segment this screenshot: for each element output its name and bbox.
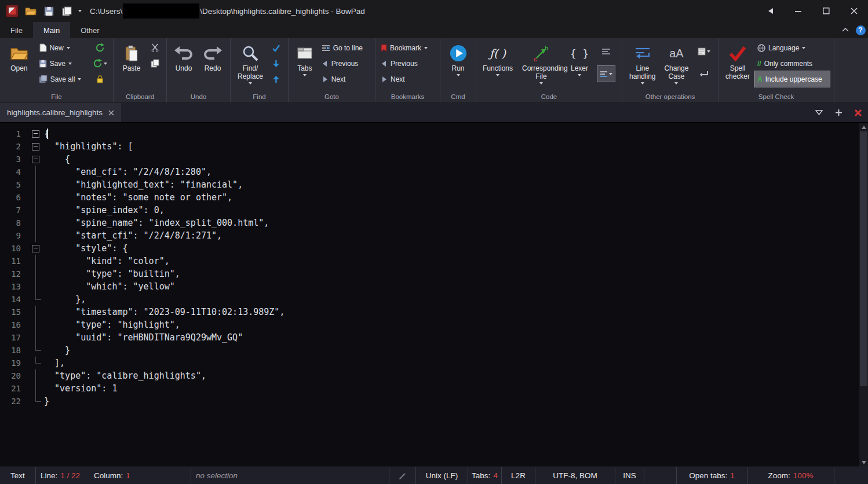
code-line[interactable]: 3 { xyxy=(0,153,859,166)
open-folder-icon[interactable] xyxy=(24,5,37,17)
vertical-scrollbar[interactable] xyxy=(859,123,868,467)
code-line[interactable]: 22} xyxy=(0,395,859,408)
document-tab[interactable]: highlights.calibre_highlights xyxy=(0,103,121,122)
goto-previous-button[interactable]: Previous xyxy=(319,56,373,71)
status-eol[interactable]: Unix (LF) xyxy=(416,467,468,484)
ribbon-tab-other[interactable]: Other xyxy=(70,22,110,38)
code-line[interactable]: 12 "type": "builtin", xyxy=(0,267,859,280)
code-line[interactable]: 7 "spine_index": 0, xyxy=(0,204,859,217)
find-next-button[interactable] xyxy=(267,56,285,71)
code-line[interactable]: 6 "notes": "some note or other", xyxy=(0,191,859,204)
save-icon[interactable] xyxy=(42,5,55,17)
code-line[interactable]: 17 "uuid": "reHBNDITNara9Q29wMv_GQ" xyxy=(0,331,859,344)
fold-toggle-icon[interactable] xyxy=(28,242,44,255)
code-line[interactable]: 15 "timestamp": "2023-09-11T10:02:13.989… xyxy=(0,306,859,318)
scrollbar-track[interactable] xyxy=(859,131,868,458)
whitespace-toggle-button[interactable] xyxy=(597,43,615,59)
open-button[interactable]: Open xyxy=(2,40,36,90)
code-line[interactable]: 4 "end_cfi": "/2/4/8/1:280", xyxy=(0,166,859,178)
code-line[interactable]: 2 "highlights": [ xyxy=(0,140,859,153)
collapse-ribbon-button[interactable] xyxy=(838,22,853,38)
code-line[interactable]: 1{ xyxy=(0,127,859,140)
tab-close-icon[interactable] xyxy=(108,110,114,116)
reload-button[interactable] xyxy=(91,40,108,56)
paste-button[interactable]: Paste xyxy=(116,40,147,90)
status-open-tabs[interactable]: Open tabs: 1 xyxy=(677,467,747,484)
code-line[interactable]: 10 "style": { xyxy=(0,242,859,255)
code-line[interactable]: 19 ], xyxy=(0,357,859,369)
editor[interactable]: 1{2 "highlights": [3 {4 "end_cfi": "/2/4… xyxy=(0,123,868,467)
only-comments-toggle[interactable]: // Only comments xyxy=(754,56,830,71)
maximize-button[interactable] xyxy=(812,0,840,22)
join-lines-button[interactable] xyxy=(695,66,713,82)
save-button[interactable]: Save xyxy=(36,56,89,71)
code-line[interactable]: 14 }, xyxy=(0,293,859,306)
close-window-button[interactable] xyxy=(840,0,868,22)
tab-list-button[interactable] xyxy=(809,103,829,122)
save-all-button[interactable]: Save all xyxy=(36,71,89,87)
lexer-button[interactable]: { } Lexer xyxy=(566,40,593,90)
status-tab-width[interactable]: Tabs: 4 xyxy=(468,467,502,484)
spell-checker-button[interactable]: Spell checker xyxy=(721,40,754,90)
goto-next-button[interactable]: Next xyxy=(319,71,373,87)
help-button[interactable]: ? xyxy=(853,22,868,38)
bookmark-next-button[interactable]: Next xyxy=(378,71,436,87)
redo-button[interactable]: Redo xyxy=(198,40,227,90)
new-tab-button[interactable] xyxy=(829,103,848,122)
change-case-button[interactable]: aA Change Case xyxy=(661,40,693,90)
fold-toggle-icon[interactable] xyxy=(28,127,44,140)
ribbon-tab-main[interactable]: Main xyxy=(33,22,70,38)
status-encoding[interactable]: UTF-8, BOM xyxy=(535,467,615,484)
find-previous-button[interactable] xyxy=(267,71,285,87)
include-uppercase-toggle[interactable]: A Include uppercase xyxy=(754,71,830,87)
run-button[interactable]: Run xyxy=(443,40,473,90)
bowpad-app-icon[interactable] xyxy=(6,5,19,17)
code-line[interactable]: 8 "spine_name": "index_split_000.html", xyxy=(0,217,859,229)
new-button[interactable]: New xyxy=(36,40,89,56)
minimize-button[interactable] xyxy=(785,0,812,22)
status-zoom[interactable]: Zoom: 100% xyxy=(747,467,834,484)
code-line[interactable]: 16 "type": "highlight", xyxy=(0,318,859,331)
goto-line-button[interactable]: Go to line xyxy=(319,40,373,56)
status-text-direction[interactable]: L2R xyxy=(502,467,535,484)
corresponding-file-button[interactable]: hc Corresponding File xyxy=(517,40,566,90)
code-area[interactable]: 1{2 "highlights": [3 {4 "end_cfi": "/2/4… xyxy=(0,123,859,467)
reload-encoding-button[interactable] xyxy=(91,56,108,71)
status-doctype[interactable]: Text xyxy=(0,467,36,484)
tabs-button[interactable]: Tabs xyxy=(291,40,319,90)
status-style-button[interactable] xyxy=(389,467,416,484)
scroll-up-button[interactable] xyxy=(859,123,868,131)
status-position[interactable]: Line: 1 / 22 Column: 1 xyxy=(36,467,191,484)
bookmark-button[interactable]: Bookmark xyxy=(378,40,436,56)
view-eol-button[interactable] xyxy=(597,66,615,82)
find-all-button[interactable] xyxy=(267,40,285,56)
write-protect-button[interactable] xyxy=(91,71,108,87)
status-insert-mode[interactable]: INS xyxy=(615,467,644,484)
status-selection[interactable]: no selection xyxy=(191,467,389,484)
cut-button[interactable] xyxy=(146,40,163,56)
scroll-down-button[interactable] xyxy=(859,458,868,467)
line-handling-button[interactable]: Line handling xyxy=(625,40,661,90)
functions-button[interactable]: ƒ( ) Functions xyxy=(479,40,517,90)
insert-operations-button[interactable] xyxy=(695,43,713,59)
spell-language-button[interactable]: Language xyxy=(754,40,830,56)
unpin-arrow-icon[interactable] xyxy=(757,0,785,22)
fold-toggle-icon[interactable] xyxy=(28,140,44,153)
find-replace-button[interactable]: Find/ Replace xyxy=(233,40,268,90)
code-line[interactable]: 5 "highlighted_text": "financial", xyxy=(0,178,859,191)
copy-button[interactable] xyxy=(146,56,163,71)
ribbon-tab-file[interactable]: File xyxy=(0,22,33,38)
code-line[interactable]: 21 "version": 1 xyxy=(0,382,859,395)
scrollbar-thumb[interactable] xyxy=(860,131,867,386)
close-tab-button[interactable] xyxy=(848,103,868,122)
code-line[interactable]: 13 "which": "yellow" xyxy=(0,280,859,293)
code-line[interactable]: 18 } xyxy=(0,344,859,357)
code-line[interactable]: 11 "kind": "color", xyxy=(0,255,859,267)
recent-files-icon[interactable] xyxy=(60,5,73,17)
fold-toggle-icon[interactable] xyxy=(28,153,44,166)
qat-dropdown-icon[interactable] xyxy=(78,10,82,12)
code-line[interactable]: 20 "type": "calibre_highlights", xyxy=(0,369,859,382)
undo-button[interactable]: Undo xyxy=(169,40,198,90)
bookmark-previous-button[interactable]: Previous xyxy=(378,56,436,71)
code-line[interactable]: 9 "start_cfi": "/2/4/8/1:271", xyxy=(0,229,859,242)
